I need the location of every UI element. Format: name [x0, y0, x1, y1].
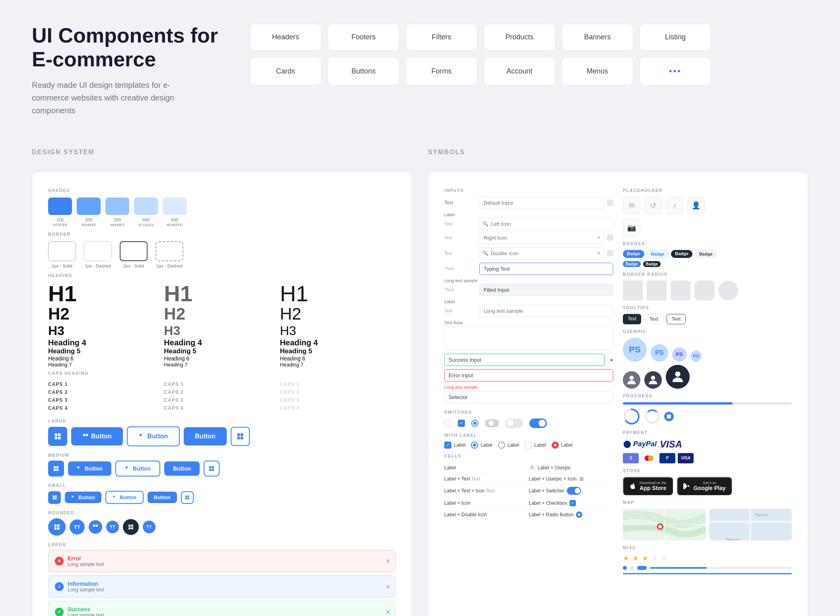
btn-blue-md[interactable]: Button [68, 461, 111, 476]
paypal-logo: PayPal [623, 440, 657, 449]
nav-account[interactable]: Account [484, 57, 555, 85]
nav-headers[interactable]: Headers [250, 24, 321, 50]
switch-on[interactable] [529, 418, 547, 428]
alert-error-title: Error [68, 555, 389, 562]
placeholder-refresh: ↺ [644, 197, 662, 214]
badge-blue-sm: Badge [623, 261, 641, 267]
btn-outline-md[interactable]: Button [115, 461, 160, 477]
textarea-input[interactable] [444, 326, 613, 350]
nav-listing[interactable]: Listing [640, 24, 711, 50]
alert-info-icon: i [55, 582, 64, 591]
h5-col2: Heading 5 [164, 347, 280, 355]
mc-icon [641, 453, 657, 463]
btn-text-only-md[interactable]: Button [164, 461, 200, 476]
svg-rect-10 [240, 437, 243, 440]
typing-input[interactable] [479, 263, 613, 275]
radio-red-button[interactable] [552, 442, 559, 449]
userpic-row: PS PS PS PS [623, 338, 792, 362]
cell-checkbox[interactable]: ✓ [570, 500, 576, 506]
alert-info-title: Information [68, 581, 389, 587]
border-label: BORDER [48, 232, 396, 236]
default-input[interactable] [479, 197, 604, 209]
left-icon-input[interactable] [479, 218, 613, 230]
btn-blue-lg[interactable]: Button [71, 427, 123, 446]
svg-text:Temuco: Temuco [725, 537, 740, 540]
btn-large-row: Button Button Button [48, 426, 396, 446]
typing-text-prelabel: *Text [444, 266, 476, 271]
checkbox-label-check[interactable]: ✓ [444, 442, 451, 449]
checkbox-unchecked[interactable] [444, 420, 451, 427]
btn-round-dark[interactable] [123, 519, 139, 535]
svg-rect-17 [209, 466, 211, 468]
btn-round-icon-md[interactable] [89, 520, 102, 534]
alert-error-close[interactable]: ✕ [385, 558, 391, 565]
selector-input[interactable]: Selector [444, 391, 613, 403]
alert-info-close[interactable]: ✕ [385, 583, 391, 591]
nav-footers[interactable]: Footers [328, 24, 399, 50]
btn-outline-icon-lg[interactable]: Button [127, 426, 180, 446]
radio-empty-button[interactable] [498, 442, 505, 449]
cell-switch[interactable] [567, 487, 581, 495]
btn-round-tt-lg[interactable]: TT [70, 519, 85, 535]
border-solid-1 [48, 241, 76, 261]
btn-text-only-sm[interactable]: Button [148, 492, 177, 503]
svg-rect-0 [55, 434, 58, 436]
radio-label-button[interactable] [471, 442, 478, 449]
long-text-input[interactable] [479, 305, 613, 317]
input-text-right-sublabel: Text [444, 235, 476, 240]
double-icon-input[interactable] [479, 247, 604, 260]
alert-error-icon: ✕ [55, 557, 64, 566]
error-input[interactable] [444, 369, 613, 382]
nav-banners[interactable]: Banners [562, 24, 633, 50]
checkbox-empty-button[interactable] [525, 442, 532, 449]
btn-text-only-lg[interactable]: Button [184, 427, 227, 446]
nav-more[interactable]: ••• [640, 57, 711, 85]
switch-partial[interactable] [485, 419, 499, 427]
h3-medium: H3 [164, 323, 280, 338]
nav-cards[interactable]: Cards [250, 57, 321, 85]
nav-buttons[interactable]: Buttons [328, 57, 399, 85]
border-radius-label: BORDER RADIUS [623, 272, 792, 277]
btn-icon-only-sm[interactable] [48, 491, 61, 504]
btn-icon-outline-sm[interactable] [181, 491, 194, 504]
google-play-button[interactable]: Get it on Google Play [677, 477, 732, 495]
btn-icon-only-lg[interactable] [48, 427, 67, 446]
br-8 [671, 281, 690, 300]
btn-round-icon-lg[interactable] [48, 518, 66, 536]
nav-menus[interactable]: Menus [562, 57, 633, 85]
btn-round-tt-sm[interactable]: TT [143, 521, 156, 533]
radio-checked[interactable] [471, 420, 478, 427]
cell-5-right: Label + Radio Button [529, 511, 614, 518]
star-3: ★ [642, 554, 648, 563]
misc-underline [623, 573, 792, 574]
right-icon-input[interactable] [479, 232, 604, 244]
btn-icon-outline-lg[interactable] [231, 427, 250, 446]
checkbox-checked[interactable]: ✓ [458, 420, 465, 427]
checkbox-label-text: Label [454, 442, 465, 448]
switch-off[interactable] [506, 418, 523, 428]
btn-round-tt-md[interactable]: TT [106, 521, 119, 533]
filled-input[interactable] [479, 284, 613, 296]
btn-blue-sm[interactable]: Button [65, 492, 101, 503]
avatar-medium: PS [651, 344, 668, 362]
btn-icon-outline-md[interactable] [204, 461, 220, 477]
nav-forms[interactable]: Forms [406, 57, 477, 85]
nav-filters[interactable]: Filters [406, 24, 477, 50]
border-dashed-1-label: 1px - Dashed [84, 263, 112, 268]
shade-200-label: 200#5A85EF [77, 217, 101, 227]
cell-radio[interactable] [576, 511, 582, 518]
app-store-button[interactable]: Download on the App Store [623, 477, 673, 495]
symbols-label: SYMBOLS [428, 149, 808, 156]
btn-outline-sm[interactable]: Button [105, 491, 144, 504]
dot-long [637, 566, 647, 570]
caps-1-col3: CAPS 1 [280, 380, 396, 388]
border-solid-2 [120, 241, 148, 261]
btn-icon-only-md[interactable] [48, 461, 64, 477]
svg-rect-27 [185, 496, 187, 497]
nav-products[interactable]: Products [484, 24, 555, 50]
badge-dark: Badge [671, 250, 692, 258]
label-left-icon: Label [444, 212, 613, 217]
success-input[interactable] [444, 354, 605, 366]
alert-success-close[interactable]: ✕ [385, 608, 391, 616]
progress-spinner [645, 409, 659, 424]
